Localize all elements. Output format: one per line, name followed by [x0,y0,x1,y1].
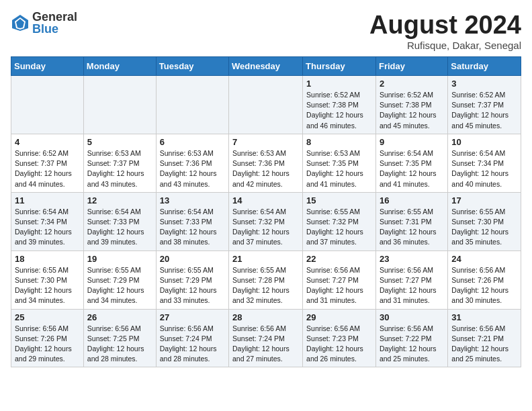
day-info: Sunrise: 6:54 AMSunset: 7:34 PMDaylight:… [15,207,80,248]
day-cell-4: 4Sunrise: 6:52 AMSunset: 7:37 PMDaylight… [11,134,84,192]
day-cell-9: 9Sunrise: 6:54 AMSunset: 7:35 PMDaylight… [375,134,447,192]
day-number: 15 [306,195,372,205]
day-cell-2: 2Sunrise: 6:52 AMSunset: 7:38 PMDaylight… [375,76,447,134]
day-info: Sunrise: 6:56 AMSunset: 7:21 PMDaylight:… [451,324,517,365]
day-cell-13: 13Sunrise: 6:54 AMSunset: 7:33 PMDayligh… [156,192,228,250]
day-info: Sunrise: 6:56 AMSunset: 7:24 PMDaylight:… [232,324,299,365]
day-cell-21: 21Sunrise: 6:55 AMSunset: 7:28 PMDayligh… [229,250,303,309]
day-info: Sunrise: 6:52 AMSunset: 7:37 PMDaylight:… [451,90,517,131]
day-cell-30: 30Sunrise: 6:56 AMSunset: 7:22 PMDayligh… [375,309,447,367]
header-thursday: Thursday [303,57,376,76]
day-cell-25: 25Sunrise: 6:56 AMSunset: 7:26 PMDayligh… [11,309,84,367]
day-cell-26: 26Sunrise: 6:56 AMSunset: 7:25 PMDayligh… [83,309,156,367]
day-cell-15: 15Sunrise: 6:55 AMSunset: 7:32 PMDayligh… [303,192,376,250]
day-cell-23: 23Sunrise: 6:56 AMSunset: 7:27 PMDayligh… [375,250,447,309]
week-row-5: 25Sunrise: 6:56 AMSunset: 7:26 PMDayligh… [11,309,521,367]
day-info: Sunrise: 6:55 AMSunset: 7:29 PMDaylight:… [160,265,225,306]
day-info: Sunrise: 6:54 AMSunset: 7:35 PMDaylight:… [380,148,444,189]
day-number: 6 [160,137,225,147]
week-row-2: 4Sunrise: 6:52 AMSunset: 7:37 PMDaylight… [11,134,521,192]
week-row-1: 1Sunrise: 6:52 AMSunset: 7:38 PMDaylight… [11,76,521,134]
day-number: 2 [380,79,444,89]
day-number: 11 [15,195,80,205]
day-number: 9 [380,137,444,147]
day-info: Sunrise: 6:52 AMSunset: 7:37 PMDaylight:… [15,148,80,189]
logo-text: General Blue [32,11,77,35]
day-number: 10 [451,137,517,147]
day-info: Sunrise: 6:54 AMSunset: 7:33 PMDaylight:… [160,207,225,248]
day-number: 18 [15,254,80,264]
day-cell-19: 19Sunrise: 6:55 AMSunset: 7:29 PMDayligh… [83,250,156,309]
day-number: 5 [87,137,152,147]
day-info: Sunrise: 6:56 AMSunset: 7:26 PMDaylight:… [451,265,517,306]
header-saturday: Saturday [448,57,521,76]
day-info: Sunrise: 6:55 AMSunset: 7:32 PMDaylight:… [306,207,372,248]
day-info: Sunrise: 6:53 AMSunset: 7:35 PMDaylight:… [306,148,372,189]
location: Rufisque, Dakar, Senegal [369,40,521,51]
day-number: 22 [306,254,372,264]
day-cell-29: 29Sunrise: 6:56 AMSunset: 7:23 PMDayligh… [303,309,376,367]
day-number: 28 [232,312,299,322]
empty-cell [229,76,303,134]
day-info: Sunrise: 6:55 AMSunset: 7:30 PMDaylight:… [451,207,517,248]
day-cell-17: 17Sunrise: 6:55 AMSunset: 7:30 PMDayligh… [448,192,521,250]
day-cell-31: 31Sunrise: 6:56 AMSunset: 7:21 PMDayligh… [448,309,521,367]
week-row-3: 11Sunrise: 6:54 AMSunset: 7:34 PMDayligh… [11,192,521,250]
day-number: 8 [306,137,372,147]
day-info: Sunrise: 6:54 AMSunset: 7:33 PMDaylight:… [87,207,152,248]
day-number: 16 [380,195,444,205]
day-number: 31 [451,312,517,322]
day-info: Sunrise: 6:52 AMSunset: 7:38 PMDaylight:… [380,90,444,131]
day-info: Sunrise: 6:54 AMSunset: 7:34 PMDaylight:… [451,148,517,189]
day-info: Sunrise: 6:53 AMSunset: 7:36 PMDaylight:… [160,148,225,189]
day-number: 12 [87,195,152,205]
day-number: 23 [380,254,444,264]
day-number: 24 [451,254,517,264]
logo-blue: Blue [32,23,77,35]
day-info: Sunrise: 6:56 AMSunset: 7:27 PMDaylight:… [380,265,444,306]
day-cell-6: 6Sunrise: 6:53 AMSunset: 7:36 PMDaylight… [156,134,228,192]
day-cell-28: 28Sunrise: 6:56 AMSunset: 7:24 PMDayligh… [229,309,303,367]
day-cell-24: 24Sunrise: 6:56 AMSunset: 7:26 PMDayligh… [448,250,521,309]
title-area: August 2024 Rufisque, Dakar, Senegal [369,11,521,51]
day-cell-3: 3Sunrise: 6:52 AMSunset: 7:37 PMDaylight… [448,76,521,134]
day-number: 19 [87,254,152,264]
day-cell-10: 10Sunrise: 6:54 AMSunset: 7:34 PMDayligh… [448,134,521,192]
day-cell-18: 18Sunrise: 6:55 AMSunset: 7:30 PMDayligh… [11,250,84,309]
header-wednesday: Wednesday [229,57,303,76]
day-cell-11: 11Sunrise: 6:54 AMSunset: 7:34 PMDayligh… [11,192,84,250]
day-cell-12: 12Sunrise: 6:54 AMSunset: 7:33 PMDayligh… [83,192,156,250]
day-number: 3 [451,79,517,89]
day-number: 1 [306,79,372,89]
day-cell-7: 7Sunrise: 6:53 AMSunset: 7:36 PMDaylight… [229,134,303,192]
day-cell-8: 8Sunrise: 6:53 AMSunset: 7:35 PMDaylight… [303,134,376,192]
day-info: Sunrise: 6:56 AMSunset: 7:26 PMDaylight:… [15,324,80,365]
day-cell-22: 22Sunrise: 6:56 AMSunset: 7:27 PMDayligh… [303,250,376,309]
day-info: Sunrise: 6:52 AMSunset: 7:38 PMDaylight:… [306,90,372,131]
day-number: 20 [160,254,225,264]
logo-general: General [32,11,77,23]
day-info: Sunrise: 6:56 AMSunset: 7:23 PMDaylight:… [306,324,372,365]
logo-icon [11,13,30,32]
day-info: Sunrise: 6:56 AMSunset: 7:27 PMDaylight:… [306,265,372,306]
day-cell-20: 20Sunrise: 6:55 AMSunset: 7:29 PMDayligh… [156,250,228,309]
header-row: SundayMondayTuesdayWednesdayThursdayFrid… [11,57,521,76]
day-info: Sunrise: 6:55 AMSunset: 7:31 PMDaylight:… [380,207,444,248]
header-monday: Monday [83,57,156,76]
day-info: Sunrise: 6:56 AMSunset: 7:22 PMDaylight:… [380,324,444,365]
header-tuesday: Tuesday [156,57,228,76]
day-info: Sunrise: 6:53 AMSunset: 7:37 PMDaylight:… [87,148,152,189]
day-cell-1: 1Sunrise: 6:52 AMSunset: 7:38 PMDaylight… [303,76,376,134]
day-number: 29 [306,312,372,322]
month-title: August 2024 [369,11,521,40]
day-number: 7 [232,137,299,147]
empty-cell [83,76,156,134]
day-number: 27 [160,312,225,322]
logo: General Blue [11,11,77,35]
day-cell-27: 27Sunrise: 6:56 AMSunset: 7:24 PMDayligh… [156,309,228,367]
day-info: Sunrise: 6:56 AMSunset: 7:24 PMDaylight:… [160,324,225,365]
week-row-4: 18Sunrise: 6:55 AMSunset: 7:30 PMDayligh… [11,250,521,309]
day-number: 14 [232,195,299,205]
day-number: 21 [232,254,299,264]
day-cell-16: 16Sunrise: 6:55 AMSunset: 7:31 PMDayligh… [375,192,447,250]
